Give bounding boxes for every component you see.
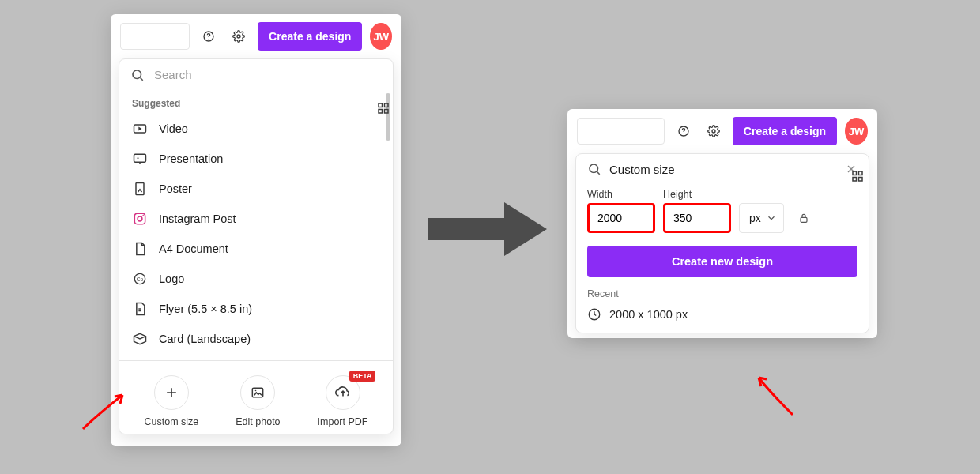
video-icon <box>132 121 148 137</box>
width-field-group: Width <box>587 189 655 233</box>
unit-select[interactable]: px <box>739 203 784 233</box>
svg-point-9 <box>138 216 142 221</box>
help-icon <box>202 28 215 44</box>
suggestion-instagram[interactable]: Instagram Post <box>119 204 393 234</box>
suggestion-label: Video <box>159 122 188 135</box>
help-button[interactable] <box>198 25 220 47</box>
svg-point-6 <box>138 157 139 159</box>
recent-item-label: 2000 x 1000 px <box>609 308 688 321</box>
svg-rect-5 <box>134 154 146 162</box>
settings-button[interactable] <box>228 25 250 47</box>
width-label: Width <box>587 189 655 200</box>
create-dropdown: Suggested Video Presentation Poster Inst… <box>119 58 394 434</box>
chevron-down-icon <box>766 213 777 224</box>
suggestion-label: Logo <box>159 273 184 285</box>
instagram-icon <box>132 211 148 227</box>
svg-rect-29 <box>859 178 863 182</box>
help-button[interactable] <box>673 120 695 142</box>
dimensions-row: Width Height px <box>587 184 858 233</box>
suggestion-poster[interactable]: Poster <box>119 174 393 204</box>
suggestion-logo[interactable]: Co Logo <box>119 264 393 294</box>
search-icon <box>130 68 145 82</box>
create-design-dropdown-panel: Create a design JW Suggested Video Prese… <box>111 14 401 446</box>
custom-size-tile[interactable]: Custom size <box>145 375 199 427</box>
height-label: Height <box>663 189 731 200</box>
suggestion-video[interactable]: Video <box>119 114 393 144</box>
bottom-actions: Custom size Edit photo BETA Import PDF <box>119 360 393 434</box>
custom-size-header: Custom size <box>587 154 858 184</box>
svg-rect-26 <box>853 171 857 175</box>
recent-item[interactable]: 2000 x 1000 px <box>587 307 858 322</box>
custom-size-title: Custom size <box>609 163 837 176</box>
suggestions-scroll: Suggested Video Presentation Poster Inst… <box>119 90 393 360</box>
grid-icon <box>376 101 390 115</box>
svg-rect-27 <box>859 171 863 175</box>
action-label: Edit photo <box>236 416 280 427</box>
create-design-button[interactable]: Create a design <box>258 22 362 51</box>
settings-button[interactable] <box>703 120 725 142</box>
annotation-arrow-create-new <box>749 371 805 419</box>
svg-text:Co: Co <box>137 276 144 282</box>
suggestion-flyer[interactable]: Flyer (5.5 × 8.5 in) <box>119 294 393 324</box>
flow-arrow <box>428 199 547 259</box>
suggestion-label: Card (Landscape) <box>159 333 251 345</box>
photo-icon <box>250 385 266 401</box>
avatar[interactable]: JW <box>370 23 392 50</box>
create-design-button[interactable]: Create a design <box>733 117 837 145</box>
svg-rect-17 <box>385 103 389 107</box>
presentation-icon <box>132 151 148 167</box>
card-icon <box>132 331 148 347</box>
suggestion-label: Instagram Post <box>159 213 236 225</box>
grid-icon <box>850 169 865 183</box>
width-input[interactable] <box>587 203 655 233</box>
suggested-heading: Suggested <box>119 90 393 114</box>
svg-point-22 <box>712 130 715 133</box>
suggestion-label: A4 Document <box>159 243 228 255</box>
import-pdf-tile[interactable]: BETA Import PDF <box>318 375 368 427</box>
workspace-selector[interactable] <box>577 118 665 145</box>
view-grid-button[interactable] <box>850 169 865 183</box>
svg-rect-14 <box>253 388 263 397</box>
poster-icon <box>132 181 148 197</box>
custom-size-panel: Create a design JW Custom size Width Hei… <box>567 109 877 338</box>
svg-point-2 <box>237 35 240 38</box>
gear-icon <box>707 123 720 139</box>
topbar: Create a design JW <box>111 14 401 58</box>
suggestion-label: Poster <box>159 182 192 195</box>
topbar: Create a design JW <box>567 109 877 153</box>
document-icon <box>132 241 148 257</box>
search-row <box>119 59 393 90</box>
svg-point-10 <box>142 215 144 216</box>
plus-icon <box>164 385 179 401</box>
arrow-right-icon <box>428 199 547 259</box>
gear-icon <box>232 28 245 44</box>
avatar[interactable]: JW <box>845 118 868 145</box>
search-icon <box>587 162 601 176</box>
suggestion-presentation[interactable]: Presentation <box>119 144 393 174</box>
height-input[interactable] <box>663 203 731 233</box>
custom-size-body: Custom size Width Height px Create new d <box>575 153 869 333</box>
clock-icon <box>587 307 601 322</box>
svg-point-21 <box>683 134 684 134</box>
svg-point-23 <box>590 164 598 173</box>
search-input[interactable] <box>153 67 382 82</box>
view-grid-button[interactable] <box>376 101 390 115</box>
lock-icon <box>797 212 810 224</box>
create-new-design-button[interactable]: Create new design <box>587 246 858 277</box>
suggestion-label: Flyer (5.5 × 8.5 in) <box>159 303 252 315</box>
suggestion-facebook[interactable]: Facebook Post <box>119 354 393 360</box>
scrollbar[interactable] <box>386 93 390 141</box>
edit-photo-tile[interactable]: Edit photo <box>236 375 280 427</box>
suggestion-card[interactable]: Card (Landscape) <box>119 324 393 354</box>
cloud-upload-icon <box>334 384 352 401</box>
flyer-icon <box>132 301 148 317</box>
recent-heading: Recent <box>587 288 858 299</box>
lock-aspect-button[interactable] <box>792 203 816 233</box>
svg-rect-16 <box>379 103 383 107</box>
suggestion-a4[interactable]: A4 Document <box>119 234 393 264</box>
svg-point-3 <box>133 70 141 79</box>
svg-rect-19 <box>385 110 389 114</box>
svg-point-1 <box>209 39 209 40</box>
svg-rect-28 <box>853 178 857 182</box>
workspace-selector[interactable] <box>120 23 190 50</box>
